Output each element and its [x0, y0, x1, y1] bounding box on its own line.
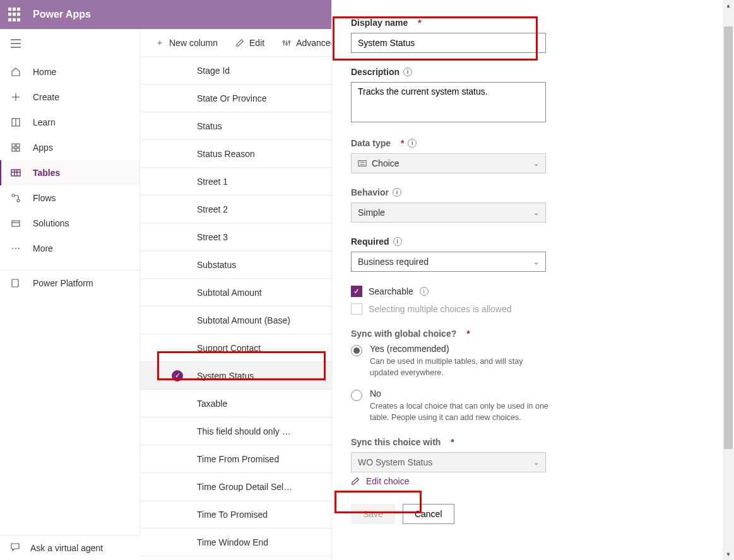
book-icon	[10, 117, 21, 128]
cmd-label: Advanced	[296, 38, 335, 48]
sync-yes-option: Yes (recommended) Can be used in multipl…	[351, 344, 704, 378]
table-icon	[10, 167, 21, 178]
sidebar-item-label: Tables	[33, 168, 60, 178]
searchable-checkbox-row[interactable]: ✓ Searchable i	[351, 286, 704, 297]
sidebar-item-create[interactable]: Create	[0, 85, 139, 110]
sidebar-item-apps[interactable]: Apps	[0, 135, 139, 160]
radio-no-label: No	[370, 388, 553, 399]
ask-agent-label: Ask a virtual agent	[30, 543, 103, 553]
sidebar-item-label: Power Platform	[33, 278, 93, 288]
column-name: Subtotal Amount	[197, 288, 262, 298]
behavior-label: Behaviori	[351, 187, 704, 197]
column-name: Street 1	[197, 177, 228, 187]
vertical-scrollbar[interactable]: ▲ ▼	[723, 0, 734, 560]
radio-yes-desc: Can be used in multiple tables, and will…	[370, 356, 553, 378]
flow-icon	[10, 192, 21, 204]
plus-icon	[10, 91, 21, 103]
sidebar: Home Create Learn Apps Tables Flows Solu…	[0, 29, 140, 560]
multi-checkbox	[351, 303, 362, 315]
svg-rect-17	[12, 221, 20, 226]
display-name-label: Display name *	[351, 18, 704, 28]
sidebar-item-home[interactable]: Home	[0, 59, 139, 85]
cancel-button[interactable]: Cancel	[403, 504, 454, 524]
choice-icon	[358, 159, 367, 168]
sidebar-item-label: Flows	[33, 193, 56, 203]
searchable-checkbox[interactable]: ✓	[351, 286, 362, 297]
settings-icon	[282, 38, 291, 47]
edit-choice-button[interactable]: Edit choice	[351, 472, 704, 490]
sync-no-option: No Creates a local choice that can only …	[351, 388, 704, 423]
svg-point-16	[17, 199, 20, 202]
edit-choice-label: Edit choice	[366, 476, 409, 486]
column-name: Status Reason	[197, 149, 255, 159]
apps-icon	[10, 142, 21, 153]
ask-virtual-agent[interactable]: Ask a virtual agent	[0, 535, 140, 560]
app-launcher-icon[interactable]	[6, 7, 21, 22]
solutions-icon	[10, 218, 21, 229]
display-name-input[interactable]	[351, 33, 546, 53]
svg-rect-11	[11, 170, 20, 176]
save-button: Save	[351, 504, 395, 524]
home-icon	[10, 66, 21, 78]
sidebar-item-label: Learn	[33, 117, 56, 127]
scroll-down-icon[interactable]: ▼	[723, 549, 734, 560]
column-name: Time From Promised	[197, 454, 279, 464]
svg-rect-26	[358, 161, 366, 166]
sidebar-item-label: Apps	[33, 143, 53, 153]
advanced-button[interactable]: Advanced	[282, 38, 335, 48]
column-name: System Status	[197, 371, 254, 381]
hamburger-icon[interactable]	[0, 38, 139, 59]
checkmark-icon: ✓	[172, 370, 183, 382]
new-column-button[interactable]: ＋New column	[155, 37, 218, 49]
column-name: Time To Promised	[197, 510, 268, 520]
chat-icon	[10, 542, 20, 554]
sidebar-item-power-platform[interactable]: Power Platform	[0, 270, 139, 295]
searchable-label: Searchable	[369, 286, 413, 296]
multi-label: Selecting multiple choices is allowed	[369, 304, 511, 314]
svg-point-25	[288, 40, 290, 42]
column-name: Taxable	[197, 399, 227, 409]
data-type-label: Data type *i	[351, 138, 704, 148]
sidebar-item-flows[interactable]: Flows	[0, 185, 139, 211]
oprah-icon: ⌄	[533, 160, 539, 168]
pencil-icon	[235, 38, 244, 47]
radio-yes	[351, 345, 362, 356]
svg-rect-19	[12, 279, 18, 287]
radio-yes-label: Yes (recommended)	[370, 344, 553, 354]
sidebar-item-label: Create	[33, 92, 59, 102]
radio-no	[351, 390, 362, 401]
column-name: Status	[197, 121, 222, 131]
sidebar-item-more[interactable]: ⋯More	[0, 236, 139, 261]
sync-global-label: Sync with global choice? *	[351, 329, 704, 339]
sidebar-item-label: More	[33, 243, 53, 254]
info-icon: i	[408, 139, 417, 148]
plus-icon: ＋	[155, 37, 164, 49]
sidebar-item-tables[interactable]: Tables	[0, 160, 139, 185]
svg-point-24	[286, 43, 288, 45]
multi-checkbox-row: Selecting multiple choices is allowed	[351, 303, 704, 315]
column-name: Street 3	[197, 232, 228, 242]
more-icon: ⋯	[10, 243, 21, 254]
sidebar-item-solutions[interactable]: Solutions	[0, 211, 139, 236]
column-name: State Or Province	[197, 93, 267, 103]
cmd-label: New column	[169, 38, 218, 48]
sidebar-item-learn[interactable]: Learn	[0, 110, 139, 135]
column-name: Street 2	[197, 204, 228, 214]
sidebar-item-label: Home	[33, 67, 56, 77]
scroll-thumb[interactable]	[724, 26, 733, 449]
pencil-icon	[351, 477, 360, 486]
column-name: Substatus	[197, 260, 236, 270]
required-select[interactable]: Business required⌄	[351, 252, 546, 272]
scroll-up-icon[interactable]: ▲	[723, 0, 734, 11]
radio-no-desc: Creates a local choice that can only be …	[370, 401, 553, 423]
required-label: Requiredi	[351, 236, 704, 247]
edit-button[interactable]: Edit	[235, 38, 264, 48]
sync-with-select: WO System Status⌄	[351, 452, 546, 472]
description-input[interactable]	[351, 82, 546, 122]
info-icon: i	[420, 287, 429, 296]
svg-rect-9	[12, 148, 15, 151]
description-label: Descriptioni	[351, 67, 704, 77]
data-type-select: Choice⌄	[351, 153, 546, 173]
power-platform-icon	[10, 277, 21, 289]
sidebar-item-label: Solutions	[33, 218, 69, 228]
